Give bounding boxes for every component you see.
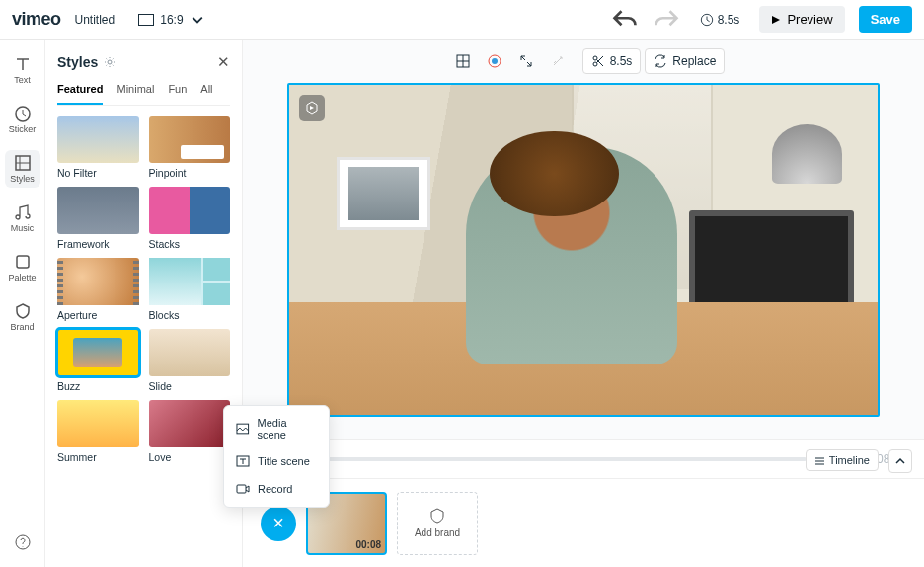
timeline-toggle[interactable]: Timeline [806,449,879,471]
save-button[interactable]: Save [859,6,912,33]
scene-strip: Timeline × 00:08 Add brand [243,478,924,567]
svg-point-9 [492,58,498,64]
svg-rect-4 [17,256,29,268]
replace-button[interactable]: Replace [645,48,725,74]
style-summer[interactable]: Summer [57,400,139,463]
svg-point-10 [593,56,597,60]
total-duration: 8.5s [694,13,746,27]
menu-record[interactable]: Record [224,475,329,503]
layout-button[interactable] [448,49,478,73]
style-aperture[interactable]: Aperture [57,258,139,321]
add-scene-menu: Media scene Title scene Record [223,405,330,508]
fit-button[interactable] [511,49,541,73]
left-rail: Text Sticker Styles Music Palette Brand [0,40,45,567]
rail-music[interactable]: Music [5,200,40,237]
rail-brand[interactable]: Brand [5,298,40,336]
style-no-filter[interactable]: No Filter [57,116,139,179]
tab-featured[interactable]: Featured [57,83,103,105]
media-badge-icon[interactable] [299,95,325,121]
add-scene-fab[interactable]: × [261,506,296,541]
menu-title-scene[interactable]: Title scene [224,447,329,475]
rail-sticker[interactable]: Sticker [5,101,40,138]
svg-rect-14 [237,485,246,493]
magic-button[interactable] [543,49,573,73]
rail-palette[interactable]: Palette [5,249,40,286]
style-framework[interactable]: Framework [57,187,139,250]
tab-minimal[interactable]: Minimal [116,83,154,105]
chevron-down-icon [190,14,205,26]
menu-media-scene[interactable]: Media scene [224,410,329,447]
color-button[interactable] [480,49,509,73]
redo-button[interactable] [653,6,680,34]
canvas-frame[interactable] [287,83,880,417]
rail-styles[interactable]: Styles [5,150,40,188]
top-bar: vimeo Untitled 16:9 8.5s Preview Save [0,0,924,40]
style-tabs: Featured Minimal Fun All [57,83,230,106]
play-icon [771,15,781,25]
style-pinpoint[interactable]: Pinpoint [149,116,231,179]
svg-rect-0 [139,14,154,25]
style-slide[interactable]: Slide [149,329,231,392]
rail-text[interactable]: Text [5,51,40,89]
document-title[interactable]: Untitled [75,13,116,27]
styles-panel: Styles ✕ Featured Minimal Fun All No Fil… [45,40,243,567]
tab-fun[interactable]: Fun [168,83,187,105]
tab-all[interactable]: All [200,83,212,105]
trim-button[interactable]: 8.5s [582,48,642,74]
preview-button[interactable]: Preview [759,6,844,33]
replace-icon [654,54,667,68]
timeline-icon [814,455,825,466]
style-blocks[interactable]: Blocks [149,258,231,321]
help-button[interactable] [5,529,40,555]
aspect-icon [138,14,154,26]
add-brand-card[interactable]: Add brand [397,492,478,555]
gear-icon[interactable] [104,56,116,68]
svg-point-6 [108,60,112,64]
undo-button[interactable] [611,6,639,34]
aspect-ratio-dropdown[interactable]: 16:9 [128,9,214,31]
scissors-icon [591,54,605,68]
style-buzz[interactable]: Buzz [57,329,139,392]
style-love[interactable]: Love [149,400,231,463]
close-panel-button[interactable]: ✕ [217,53,230,71]
canvas-toolbar: 8.5s Replace [243,40,924,83]
style-stacks[interactable]: Stacks [149,187,231,250]
scrubber[interactable] [304,457,807,461]
expand-button[interactable] [888,449,912,473]
brand-icon [429,508,445,524]
svg-point-11 [593,62,597,66]
clock-icon [700,13,714,27]
chevron-up-icon [895,456,905,466]
panel-title: Styles [57,54,116,70]
vimeo-logo: vimeo [12,9,61,30]
